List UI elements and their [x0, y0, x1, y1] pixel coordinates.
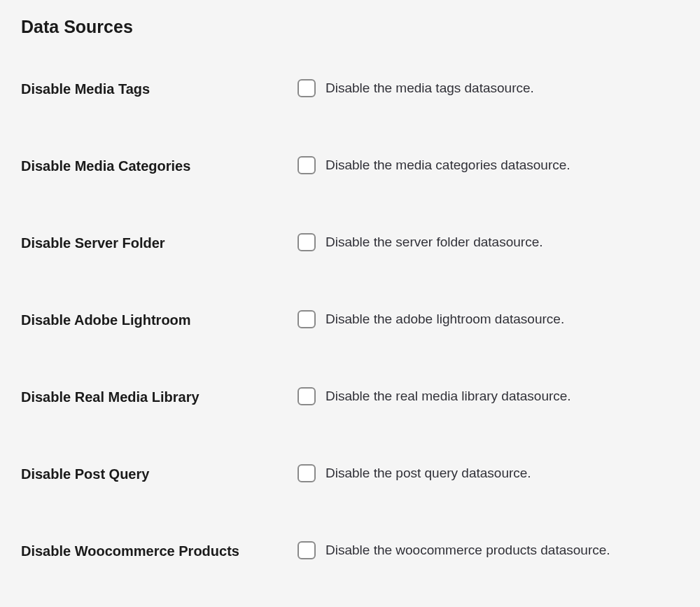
setting-control: Disable the real media library datasourc…	[298, 387, 571, 405]
setting-row-media-tags: Disable Media Tags Disable the media tag…	[21, 79, 679, 99]
checkbox-adobe-lightroom[interactable]	[298, 310, 316, 328]
setting-description: Disable the media categories datasource.	[326, 157, 570, 174]
setting-label: Disable Media Tags	[21, 79, 298, 99]
setting-control: Disable the media categories datasource.	[298, 156, 570, 174]
checkbox-media-tags[interactable]	[298, 79, 316, 97]
setting-control: Disable the post query datasource.	[298, 464, 531, 482]
setting-description: Disable the post query datasource.	[326, 465, 531, 482]
settings-table: Disable Media Tags Disable the media tag…	[21, 79, 679, 561]
setting-description: Disable the real media library datasourc…	[326, 388, 571, 405]
setting-label: Disable Woocommerce Products	[21, 541, 298, 561]
setting-label: Disable Post Query	[21, 464, 298, 484]
setting-description: Disable the media tags datasource.	[326, 80, 534, 97]
setting-row-adobe-lightroom: Disable Adobe Lightroom Disable the adob…	[21, 310, 679, 330]
checkbox-post-query[interactable]	[298, 464, 316, 482]
checkbox-woocommerce-products[interactable]	[298, 541, 316, 559]
checkbox-real-media-library[interactable]	[298, 387, 316, 405]
setting-label: Disable Media Categories	[21, 156, 298, 176]
setting-row-woocommerce-products: Disable Woocommerce Products Disable the…	[21, 541, 679, 561]
section-title: Data Sources	[21, 17, 679, 37]
setting-row-server-folder: Disable Server Folder Disable the server…	[21, 233, 679, 253]
setting-label: Disable Adobe Lightroom	[21, 310, 298, 330]
checkbox-media-categories[interactable]	[298, 156, 316, 174]
setting-control: Disable the woocommerce products datasou…	[298, 541, 610, 559]
setting-row-post-query: Disable Post Query Disable the post quer…	[21, 464, 679, 484]
setting-description: Disable the adobe lightroom datasource.	[326, 311, 564, 328]
setting-control: Disable the server folder datasource.	[298, 233, 543, 251]
setting-label: Disable Server Folder	[21, 233, 298, 253]
setting-label: Disable Real Media Library	[21, 387, 298, 407]
setting-row-media-categories: Disable Media Categories Disable the med…	[21, 156, 679, 176]
setting-control: Disable the media tags datasource.	[298, 79, 534, 97]
setting-control: Disable the adobe lightroom datasource.	[298, 310, 564, 328]
setting-row-real-media-library: Disable Real Media Library Disable the r…	[21, 387, 679, 407]
setting-description: Disable the woocommerce products datasou…	[326, 542, 610, 559]
checkbox-server-folder[interactable]	[298, 233, 316, 251]
setting-description: Disable the server folder datasource.	[326, 234, 543, 251]
